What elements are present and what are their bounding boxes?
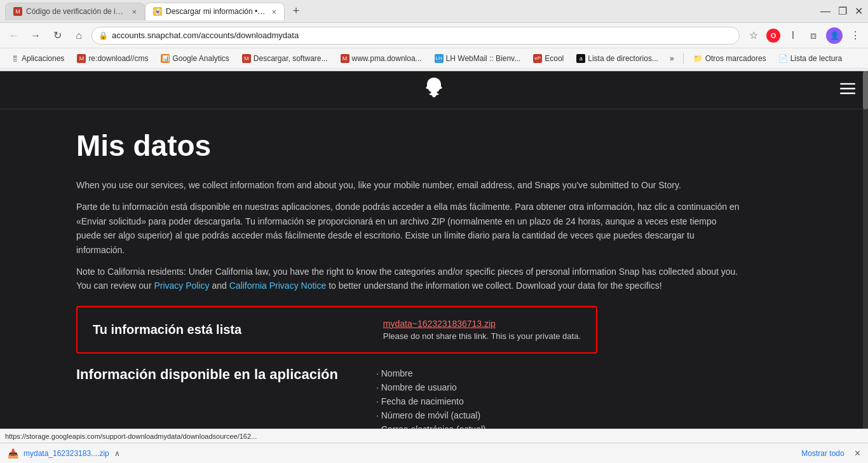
data-ready-box: Tu información está lista mydata~1623231… (76, 306, 597, 354)
data-ready-title: Tu información está lista (93, 322, 241, 337)
privacy-policy-link[interactable]: Privacy Policy (154, 280, 209, 291)
bookmark-lectura-label: Lista de lectura (790, 54, 842, 63)
window-controls: — ❐ ✕ (820, 5, 863, 17)
california-privacy-link[interactable]: California Privacy Notice (229, 280, 327, 291)
ecool-favicon: eP (533, 54, 542, 63)
bookmark-analytics[interactable]: 📊 Google Analytics (156, 52, 234, 65)
bookmark-lista[interactable]: a Lista de directorios... (571, 52, 663, 65)
svg-rect-0 (840, 83, 855, 85)
menu-icon[interactable]: ⋮ (848, 28, 863, 43)
tab-1-title: Código de verificación de inicio d... (26, 7, 125, 16)
download-close-button[interactable]: × (855, 448, 860, 459)
bookmark-ecool[interactable]: eP Ecool (528, 52, 569, 65)
close-button[interactable]: ✕ (855, 5, 863, 17)
download-chevron[interactable]: ∧ (114, 449, 120, 458)
description-1: When you use our services, we collect in… (76, 178, 743, 192)
svg-rect-1 (840, 88, 855, 90)
opera-icon[interactable]: O (766, 29, 780, 43)
bookmark-ecool-label: Ecool (545, 54, 564, 63)
new-tab-button[interactable]: + (287, 3, 305, 20)
bookmark-lista-label: Lista de directorios... (588, 54, 658, 63)
list-item: Fecha de nacimiento (376, 394, 496, 408)
list-item: Nombre de usuario (376, 380, 496, 394)
bookmark-pma-label: www.pma.downloa... (352, 54, 422, 63)
snap-header (0, 71, 868, 109)
bookmark-descargar[interactable]: M Descargar, software... (237, 52, 333, 65)
bookmark-analytics-label: Google Analytics (172, 54, 229, 63)
snapchat-logo (421, 75, 447, 105)
bookmark-otros-label: Otros marcadores (705, 54, 766, 63)
bookmark-pma[interactable]: M www.pma.downloa... (336, 52, 427, 65)
bookmark-more-label: » (670, 54, 674, 63)
download-bar: 📥 mydata_162323183....zip ∧ Mostrar todo… (0, 443, 868, 463)
status-bar: https://storage.googleapis.com/support-d… (0, 429, 868, 443)
bookmark-apps-label: Aplicaciones (22, 54, 64, 63)
apps-favicon: ⣿ (10, 54, 19, 63)
hamburger-menu[interactable] (840, 83, 855, 97)
description-3: Note to California residents: Under Cali… (76, 265, 743, 293)
description-3-end: to better understand the information we … (329, 280, 662, 291)
tab-2-title: Descargar mi información • Snap... (166, 7, 265, 16)
data-download-link[interactable]: mydata~1623231836713.zip (383, 319, 496, 329)
tab-1[interactable]: M Código de verificación de inicio d... … (5, 3, 145, 20)
browser-icons: ☆ O I ⧈ 👤 ⋮ (746, 27, 863, 44)
bookmarks-bar: ⣿ Aplicaciones M re:download//cms 📊 Goog… (0, 48, 868, 69)
forward-button[interactable]: → (27, 27, 44, 45)
bookmark-lhwebmail[interactable]: LH LH WebMail :: Bienv... (430, 52, 526, 65)
address-bar: ← → ↻ ⌂ 🔒 accounts.snapchat.com/accounts… (0, 23, 868, 48)
bookmark-descargar-label: Descargar, software... (254, 54, 328, 63)
lock-icon: 🔒 (98, 31, 108, 40)
data-link-section: mydata~1623231836713.zip Please do not s… (383, 319, 581, 341)
bookmark-apps[interactable]: ⣿ Aplicaciones (5, 52, 69, 65)
lista-favicon: a (576, 54, 585, 63)
reload-button[interactable]: ↻ (48, 27, 66, 45)
lhwebmail-favicon: LH (435, 54, 444, 63)
description-3-and: and (212, 280, 229, 291)
tab-2-favicon: 👻 (153, 7, 162, 16)
puzzle-icon[interactable]: ⧈ (806, 28, 821, 43)
bookmark-lectura[interactable]: 📄 Lista de lectura (774, 52, 847, 65)
bookmarks-divider (683, 53, 684, 64)
tab-1-favicon: M (13, 7, 22, 16)
main-content: Mis datos When you use our services, we … (0, 109, 868, 443)
home-button[interactable]: ⌂ (70, 27, 88, 45)
download-item: 📥 mydata_162323183....zip ∧ (8, 448, 120, 459)
download-filename[interactable]: mydata_162323183....zip (24, 449, 109, 458)
bookmark-lhwebmail-label: LH WebMail :: Bienv... (446, 54, 521, 63)
description-2: Parte de tu información está disponible … (76, 200, 743, 257)
maximize-button[interactable]: ❐ (838, 5, 847, 17)
svg-rect-2 (840, 92, 855, 94)
scrollbar-thumb[interactable] (863, 71, 868, 109)
app-info-title: Información disponible en la aplicación (76, 366, 338, 383)
tab-2-close[interactable]: × (271, 7, 276, 17)
bookmark-otros[interactable]: 📁 Otros marcadores (689, 52, 771, 65)
bookmark-redownload[interactable]: M re:download//cms (72, 52, 153, 65)
descargar-favicon: M (242, 54, 251, 63)
minimize-button[interactable]: — (820, 6, 831, 17)
profile-avatar[interactable]: 👤 (826, 27, 843, 44)
page-title: Mis datos (76, 128, 792, 163)
tab-2[interactable]: 👻 Descargar mi información • Snap... × (145, 3, 285, 20)
status-url: https://storage.googleapis.com/support-d… (5, 432, 257, 440)
url-text: accounts.snapchat.com/accounts/downloadm… (112, 31, 733, 40)
analytics-favicon: 📊 (161, 54, 170, 63)
tab-1-close[interactable]: × (132, 7, 137, 17)
star-icon[interactable]: ☆ (746, 28, 761, 43)
back-button[interactable]: ← (5, 27, 23, 45)
title-bar: M Código de verificación de inicio d... … (0, 0, 868, 23)
tab-bar: M Código de verificación de inicio d... … (5, 3, 820, 20)
data-warning-text: Please do not share this link. This is y… (383, 331, 581, 341)
extension-icon[interactable]: I (785, 28, 801, 43)
bookmark-more[interactable]: » (666, 52, 678, 65)
bookmark-redownload-label: re:download//cms (88, 54, 148, 63)
lectura-favicon: 📄 (779, 54, 788, 63)
list-item: Nombre (376, 366, 496, 380)
url-bar[interactable]: 🔒 accounts.snapchat.com/accounts/downloa… (92, 27, 740, 45)
pma-favicon: M (341, 54, 349, 63)
browser-chrome: M Código de verificación de inicio d... … (0, 0, 868, 71)
page-content: Mis datos When you use our services, we … (0, 71, 868, 443)
redownload-favicon: M (77, 54, 86, 63)
scrollbar-track[interactable] (863, 71, 868, 443)
download-icon: 📥 (8, 448, 18, 459)
show-all-button[interactable]: Mostrar todo (796, 446, 849, 460)
